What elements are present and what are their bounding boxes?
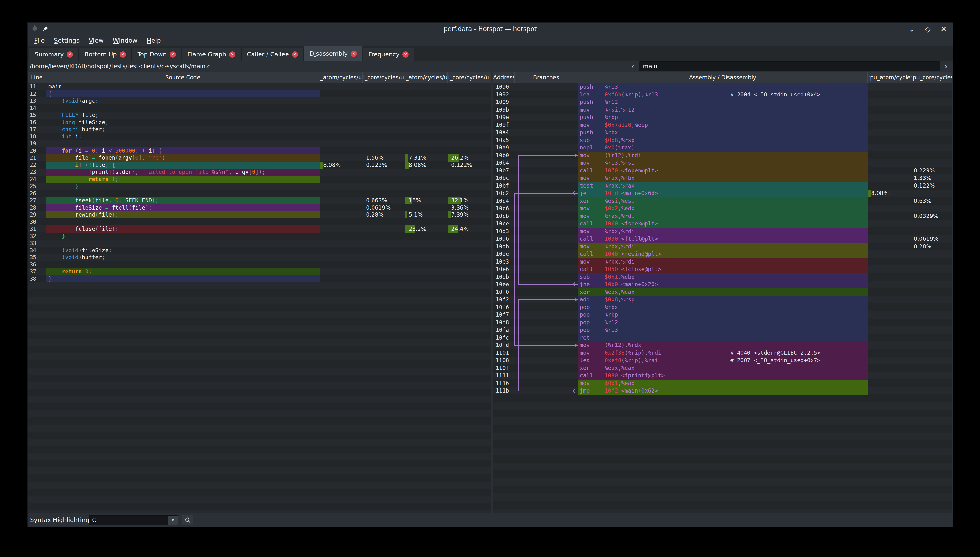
- disasm-row[interactable]: 10ebsub$0x1,%ebp: [493, 273, 952, 281]
- tab-top-down[interactable]: Top Down✕: [132, 47, 182, 61]
- disasm-row[interactable]: 10c6mov$0x2,%edx: [493, 205, 952, 212]
- disasm-row[interactable]: 10e6call1050 <fclose@plt>: [493, 265, 952, 273]
- tab-close-icon[interactable]: ✕: [350, 50, 357, 57]
- pane-splitter[interactable]: [491, 72, 493, 513]
- disasm-header-col[interactable]: :pu_atom/cycles/u: [868, 72, 910, 83]
- source-row[interactable]: 22 if (!file) {8.08%0.122%8.08%0.122%: [28, 161, 491, 169]
- source-header-col[interactable]: _atom/cycles/u (s: [320, 72, 363, 83]
- disasm-row[interactable]: 1099push%r12: [493, 98, 952, 106]
- source-header-col[interactable]: _atom/cycles/u (ii: [405, 72, 448, 83]
- source-row[interactable]: 13 (void)argc;: [28, 98, 491, 105]
- disasm-row[interactable]: 10f7pop%rbp: [493, 311, 952, 319]
- tab-close-icon[interactable]: ✕: [67, 51, 73, 58]
- disasm-row[interactable]: 10fdmov(%r12),%rdx: [493, 342, 952, 349]
- source-header-col[interactable]: Line: [28, 72, 46, 83]
- disasm-row[interactable]: 111bjmp10f2 <main+0x62>: [493, 387, 952, 395]
- disasm-header-col[interactable]: Branches: [515, 72, 578, 83]
- disasm-row[interactable]: 10decall1040 <rewind@plt>: [493, 250, 952, 258]
- source-row[interactable]: 38}: [28, 275, 491, 283]
- disasm-row[interactable]: 10d3mov%rbx,%rdi: [493, 228, 952, 235]
- source-row[interactable]: 19: [28, 140, 491, 147]
- source-row[interactable]: 26: [28, 190, 491, 197]
- source-row[interactable]: 28 fileSize = ftell(file);0.0619%3.36%: [28, 204, 491, 212]
- search-next-button[interactable]: ›: [941, 62, 951, 71]
- disasm-row[interactable]: 109fmov$0x7a120,%ebp: [493, 121, 952, 129]
- disasm-row[interactable]: 10f8pop%r12: [493, 319, 952, 326]
- source-row[interactable]: 33: [28, 240, 491, 247]
- tab-disassembly[interactable]: Disassembly✕: [304, 46, 362, 61]
- search-input[interactable]: [639, 62, 941, 71]
- disasm-row[interactable]: 1092lea0xf6b(%rip),%r13# 2004 <_IO_stdin…: [493, 91, 952, 99]
- disasm-header-col[interactable]: Assembly / Disassembly: [578, 72, 868, 83]
- disasm-row[interactable]: 1111call1080 <fprintf@plt>: [493, 372, 952, 379]
- minimize-button[interactable]: ⌄: [907, 25, 916, 33]
- disasm-row[interactable]: 10eejne10b0 <main+0x20>: [493, 281, 952, 288]
- disasm-row[interactable]: 10b0mov(%r12),%rdi: [493, 151, 952, 160]
- disasm-header-col[interactable]: :pu_core/cycles/u: [910, 72, 952, 83]
- search-button[interactable]: [182, 515, 193, 525]
- tab-flame-graph[interactable]: Flame Graph✕: [182, 47, 241, 61]
- disasm-row[interactable]: 10c4xor%esi,%esi0.63%: [493, 197, 952, 205]
- menu-settings[interactable]: Settings: [49, 35, 84, 46]
- disassembly-table-header[interactable]: AddressBranchesAssembly / Disassembly:pu…: [493, 72, 952, 83]
- disasm-row[interactable]: 10d6call1030 <ftell@plt>0.0619%: [493, 235, 952, 243]
- source-row[interactable]: 21 file = fopen(argv[0], "rb");1.56%7.31…: [28, 154, 491, 161]
- source-row[interactable]: 15 FILE* file;: [28, 112, 491, 119]
- tab-bottom-up[interactable]: Bottom Up✕: [79, 47, 131, 61]
- menu-file[interactable]: File: [30, 35, 49, 46]
- disasm-row[interactable]: 10dbmov%rbx,%rdi0.28%: [493, 243, 952, 251]
- disasm-row[interactable]: 10cbmov%rax,%rdi0.0329%: [493, 212, 952, 220]
- disasm-row[interactable]: 10bcmov%rax,%rbx1.33%: [493, 174, 952, 182]
- disasm-row[interactable]: 10a4push%rbx: [493, 129, 952, 137]
- disasm-row[interactable]: 109epush%rbp: [493, 114, 952, 121]
- source-row[interactable]: 35 (void)buffer;: [28, 254, 491, 261]
- disasm-row[interactable]: 10b4mov%r13,%rsi: [493, 159, 952, 167]
- source-header-col[interactable]: i_core/cycles/u (ir: [448, 72, 491, 83]
- source-row[interactable]: 34 (void)fileSize;: [28, 247, 491, 254]
- source-row[interactable]: 14: [28, 105, 491, 112]
- source-table-header[interactable]: LineSource Code_atom/cycles/u (si_core/c…: [28, 72, 491, 83]
- disasm-row[interactable]: 10a5sub$0x8,%rsp: [493, 137, 952, 144]
- source-row[interactable]: 20 for (i = 0; i < 500000; ++i) {: [28, 147, 491, 155]
- disasm-row[interactable]: 10fcret: [493, 334, 952, 342]
- chevron-down-icon[interactable]: ▾: [168, 516, 178, 525]
- source-row[interactable]: 23 fprintf(stderr, "failed to open file …: [28, 169, 491, 176]
- tab-close-icon[interactable]: ✕: [229, 51, 235, 58]
- source-header-col[interactable]: Source Code: [46, 72, 320, 83]
- source-row[interactable]: 11main: [28, 83, 491, 90]
- source-row[interactable]: 36: [28, 261, 491, 269]
- disasm-row[interactable]: 1101mov0x2f38(%rip),%rdi# 4040 <stderr@G…: [493, 349, 952, 357]
- source-row[interactable]: 37 return 0;: [28, 268, 491, 275]
- disasm-row[interactable]: 1108lea0xef8(%rip),%rsi# 2007 <_IO_stdin…: [493, 357, 952, 364]
- source-row[interactable]: 31 fclose(file);23.2%24.4%: [28, 225, 491, 233]
- disasm-row[interactable]: 10a9nopl0x0(%rax): [493, 144, 952, 151]
- tab-close-icon[interactable]: ✕: [402, 51, 409, 58]
- title-bar[interactable]: perf.data - Hotspot — hotspot ⌄ ◇ ✕: [28, 23, 953, 35]
- disasm-row[interactable]: 10cecall1060 <fseek@plt>: [493, 220, 952, 228]
- menu-window[interactable]: Window: [108, 35, 142, 46]
- menu-view[interactable]: View: [84, 35, 108, 46]
- tab-summary[interactable]: Summary✕: [29, 47, 79, 61]
- source-row[interactable]: 32 }: [28, 233, 491, 240]
- disasm-row[interactable]: 10f0xor%eax,%eax: [493, 288, 952, 296]
- tab-close-icon[interactable]: ✕: [292, 51, 298, 58]
- syntax-language-combobox[interactable]: C ▾: [89, 515, 178, 525]
- disasm-row[interactable]: 1090push%r13: [493, 83, 952, 91]
- disasm-row[interactable]: 10c2je10fd <main+0x6d>8.08%: [493, 189, 952, 197]
- search-prev-button[interactable]: ‹: [628, 62, 638, 71]
- source-row[interactable]: 27 fseek(file, 0, SEEK_END);0.663%16%32.…: [28, 197, 491, 204]
- source-row[interactable]: 29 rewind(file);0.28%5.1%7.39%: [28, 211, 491, 218]
- source-row[interactable]: 17 char* buffer;: [28, 126, 491, 133]
- source-row[interactable]: 18 int i;: [28, 133, 491, 140]
- disasm-row[interactable]: 10e3mov%rbx,%rdi: [493, 258, 952, 266]
- disasm-row[interactable]: 10bftest%rax,%rax0.122%: [493, 182, 952, 190]
- menu-help[interactable]: Help: [142, 35, 165, 46]
- source-header-col[interactable]: i_core/cycles/u (s: [363, 72, 405, 83]
- disasm-row[interactable]: 109bmov%rsi,%r12: [493, 106, 952, 114]
- tab-frequency[interactable]: Frequency✕: [363, 47, 414, 61]
- tab-close-icon[interactable]: ✕: [120, 51, 126, 58]
- source-row[interactable]: 12{: [28, 90, 491, 98]
- disasm-row[interactable]: 10f6pop%rbx: [493, 304, 952, 311]
- tab-close-icon[interactable]: ✕: [170, 51, 176, 58]
- source-row[interactable]: 24 return 1;: [28, 176, 491, 183]
